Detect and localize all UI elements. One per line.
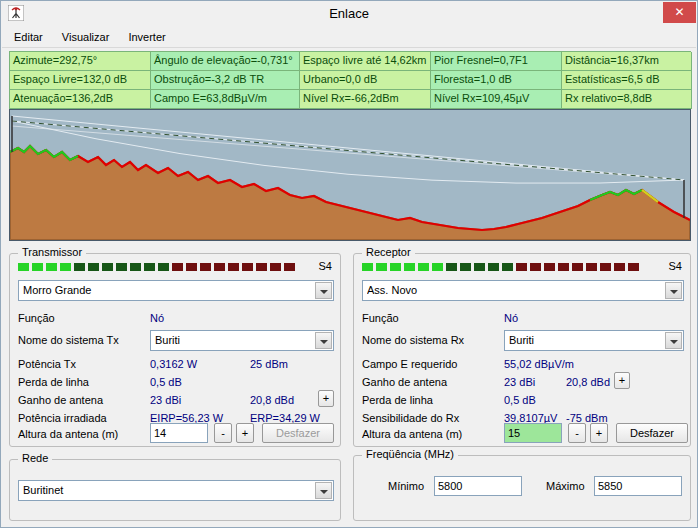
tx-undo-button[interactable]: Desfazer: [262, 423, 334, 443]
rx-system-combobox[interactable]: Buriti: [504, 330, 684, 351]
signal-segment: [530, 263, 541, 271]
rx-system-dropdown-button[interactable]: [665, 332, 682, 349]
info-cell: Estatísticas=6,5 dB: [562, 71, 692, 90]
signal-segment: [158, 263, 169, 271]
tx-system-value: Buriti: [155, 334, 313, 346]
frequency-group-title: Freqüência (MHz): [362, 448, 458, 460]
menu-visualizar[interactable]: Visualizar: [54, 27, 118, 47]
link-window: Enlace ✕ Editar Visualizar Inverter Azim…: [0, 0, 698, 528]
info-cell: Rx relativo=8,8dB: [562, 90, 692, 109]
signal-segment: [228, 263, 239, 271]
tx-height-increase-button[interactable]: +: [236, 423, 254, 443]
info-cell: Campo E=63,8dBµV/m: [151, 90, 300, 109]
tx-gain-dbd: 20,8 dBd: [250, 394, 294, 406]
link-info-grid: Azimute=292,75°Ângulo de elevação=-0,731…: [9, 51, 691, 109]
rx-undo-button[interactable]: Desfazer: [616, 423, 688, 443]
info-cell: Espaço Livre=132,0 dB: [10, 71, 151, 90]
info-cell: Nível Rx=-66,2dBm: [300, 90, 431, 109]
chevron-down-icon: [320, 340, 328, 348]
rx-gain-plus-button[interactable]: +: [614, 372, 630, 389]
rx-gain-dbd: 20,8 dBd: [566, 376, 610, 388]
signal-segment: [270, 263, 281, 271]
signal-segment: [390, 263, 401, 271]
rx-funcao-label: Função: [362, 312, 399, 324]
signal-segment: [376, 263, 387, 271]
rx-antenna-height-input[interactable]: [504, 423, 562, 443]
frequency-group: Freqüência (MHz) Mínimo Máximo: [353, 455, 691, 521]
tx-system-combobox[interactable]: Buriti: [150, 330, 334, 351]
frequency-max-label: Máximo: [546, 480, 585, 492]
signal-segment: [488, 263, 499, 271]
rx-signal-label: S4: [669, 260, 682, 272]
tx-line-loss-label: Perda de linha: [18, 376, 89, 388]
tx-gain-plus-button[interactable]: +: [318, 390, 334, 407]
signal-segment: [460, 263, 471, 271]
signal-segment: [502, 263, 513, 271]
chevron-down-icon: [670, 340, 678, 348]
rx-line-loss-label: Perda de linha: [362, 394, 433, 406]
frequency-min-label: Mínimo: [388, 480, 424, 492]
tx-site-value: Morro Grande: [23, 284, 313, 296]
rx-system-value: Buriti: [509, 334, 663, 346]
signal-segment: [256, 263, 267, 271]
network-combobox[interactable]: Buritinet: [18, 480, 334, 501]
info-cell: Espaço livre até 14,62km: [300, 52, 431, 71]
tx-funcao-value: Nó: [150, 312, 164, 324]
rx-line-loss-value: 0,5 dB: [504, 394, 536, 406]
info-cell: Azimute=292,75°: [10, 52, 151, 71]
rx-sensitivity-label: Sensibilidade do Rx: [362, 412, 459, 424]
info-cell: Urbano=0,0 dB: [300, 71, 431, 90]
tx-site-combobox[interactable]: Morro Grande: [18, 280, 334, 301]
tx-antenna-height-label: Altura da antena (m): [18, 428, 118, 440]
signal-segment: [284, 263, 295, 271]
rx-system-label: Nome do sistema Rx: [362, 334, 464, 346]
signal-segment: [242, 263, 253, 271]
signal-segment: [544, 263, 555, 271]
frequency-min-input[interactable]: [434, 476, 522, 496]
chevron-down-icon: [320, 290, 328, 298]
signal-segment: [362, 263, 373, 271]
signal-segment: [200, 263, 211, 271]
rx-site-combobox[interactable]: Ass. Novo: [362, 280, 684, 301]
info-cell: Pior Fresnel=0,7F1: [431, 52, 562, 71]
tx-antenna-height-input[interactable]: [150, 423, 208, 443]
tx-gain-dbi: 23 dBi: [150, 394, 181, 406]
tx-site-dropdown-button[interactable]: [315, 282, 332, 299]
tx-height-decrease-button[interactable]: -: [214, 423, 232, 443]
window-title: Enlace: [1, 6, 697, 21]
tx-signal-strength-bar: [18, 263, 295, 271]
tx-system-dropdown-button[interactable]: [315, 332, 332, 349]
signal-segment: [516, 263, 527, 271]
signal-segment: [18, 263, 29, 271]
network-group-title: Rede: [18, 452, 52, 464]
menu-editar[interactable]: Editar: [6, 27, 51, 47]
signal-segment: [214, 263, 225, 271]
network-value: Buritinet: [23, 484, 313, 496]
network-dropdown-button[interactable]: [315, 482, 332, 499]
signal-segment: [558, 263, 569, 271]
receiver-group-title: Receptor: [362, 246, 415, 258]
signal-segment: [130, 263, 141, 271]
rx-height-decrease-button[interactable]: -: [568, 423, 586, 443]
rx-height-increase-button[interactable]: +: [590, 423, 608, 443]
titlebar: Enlace ✕: [1, 1, 697, 26]
transmitter-group-title: Transmissor: [18, 246, 86, 258]
signal-segment: [572, 263, 583, 271]
rx-gain-dbi: 23 dBi: [504, 376, 535, 388]
info-cell: Nível Rx=109,45µV: [431, 90, 562, 109]
rx-site-dropdown-button[interactable]: [665, 282, 682, 299]
signal-segment: [74, 263, 85, 271]
close-icon: ✕: [674, 5, 684, 19]
signal-segment: [418, 263, 429, 271]
tx-signal-label: S4: [319, 260, 332, 272]
close-button[interactable]: ✕: [663, 2, 696, 23]
receiver-group: Receptor S4 Ass. Novo Função Nó Nome do …: [353, 253, 691, 447]
network-group: Rede Buritinet: [9, 459, 341, 521]
frequency-max-input[interactable]: [594, 476, 682, 496]
tx-funcao-label: Função: [18, 312, 55, 324]
menubar: Editar Visualizar Inverter: [2, 27, 696, 48]
signal-segment: [32, 263, 43, 271]
signal-segment: [432, 263, 443, 271]
menu-inverter[interactable]: Inverter: [120, 27, 173, 47]
info-cell: Floresta=1,0 dB: [431, 71, 562, 90]
